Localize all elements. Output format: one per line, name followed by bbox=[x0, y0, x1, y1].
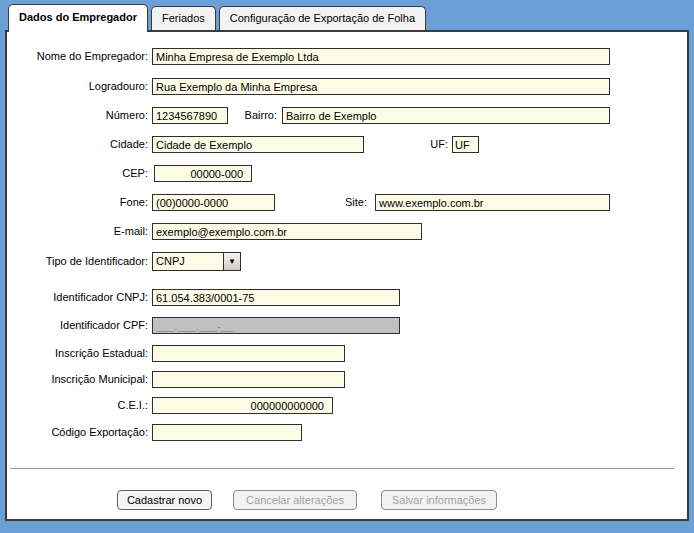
inscricao-municipal-label: Inscrição Municipal: bbox=[8, 371, 148, 388]
identificador-cnpj-input[interactable] bbox=[152, 289, 400, 306]
tab-dados-do-empregador[interactable]: Dados do Empregador bbox=[8, 4, 148, 32]
cep-input[interactable] bbox=[154, 165, 252, 182]
bairro-input[interactable] bbox=[282, 107, 610, 124]
button-area-divider bbox=[10, 468, 674, 472]
tipo-identificador-dropdown-button[interactable]: ▼ bbox=[223, 253, 240, 270]
inscricao-municipal-input[interactable] bbox=[152, 371, 345, 388]
bairro-label: Bairro: bbox=[230, 107, 277, 124]
nome-empregador-label: Nome do Empregador: bbox=[8, 48, 148, 65]
identificador-cnpj-label: Identificador CNPJ: bbox=[8, 289, 148, 306]
cep-label: CEP: bbox=[8, 165, 148, 182]
uf-label: UF: bbox=[410, 136, 448, 153]
nome-empregador-input[interactable] bbox=[152, 48, 610, 65]
tipo-identificador-selected-value: CNPJ bbox=[153, 253, 223, 270]
inscricao-estadual-input[interactable] bbox=[152, 345, 345, 362]
email-input[interactable] bbox=[152, 223, 422, 240]
tab-configuracao-exportacao-folha[interactable]: Configuração de Exportação de Folha bbox=[219, 6, 426, 30]
codigo-exportacao-input[interactable] bbox=[152, 424, 302, 441]
app-window: Dados do Empregador Feriados Configuraçã… bbox=[0, 0, 694, 533]
codigo-exportacao-label: Código Exportação: bbox=[8, 424, 148, 441]
tab-feriados[interactable]: Feriados bbox=[151, 6, 216, 30]
cadastrar-novo-button[interactable]: Cadastrar novo bbox=[117, 490, 212, 510]
tab-bar: Dados do Empregador Feriados Configuraçã… bbox=[8, 0, 429, 32]
logradouro-input[interactable] bbox=[152, 78, 610, 95]
cei-label: C.E.I.: bbox=[8, 397, 148, 414]
numero-label: Número: bbox=[8, 107, 148, 124]
site-input[interactable] bbox=[375, 194, 610, 211]
identificador-cpf-input bbox=[152, 317, 400, 334]
identificador-cpf-label: Identificador CPF: bbox=[8, 317, 148, 334]
numero-input[interactable] bbox=[152, 107, 228, 124]
cidade-label: Cidade: bbox=[8, 136, 148, 153]
cancelar-alteracoes-button[interactable]: Cancelar alterações bbox=[233, 490, 357, 510]
uf-input[interactable] bbox=[452, 136, 479, 153]
fone-input[interactable] bbox=[152, 194, 275, 211]
fone-label: Fone: bbox=[8, 194, 148, 211]
logradouro-label: Logradouro: bbox=[8, 78, 148, 95]
cidade-input[interactable] bbox=[152, 136, 364, 153]
site-label: Site: bbox=[320, 194, 367, 211]
inscricao-estadual-label: Inscrição Estadual: bbox=[8, 345, 148, 362]
salvar-informacoes-button[interactable]: Salvar informações bbox=[381, 490, 497, 510]
tipo-identificador-select[interactable]: CNPJ ▼ bbox=[152, 252, 241, 271]
email-label: E-mail: bbox=[8, 223, 148, 240]
chevron-down-icon: ▼ bbox=[228, 258, 236, 266]
form-panel bbox=[5, 30, 689, 521]
cei-input[interactable] bbox=[152, 397, 333, 414]
tipo-identificador-label: Tipo de Identificador: bbox=[8, 253, 148, 270]
